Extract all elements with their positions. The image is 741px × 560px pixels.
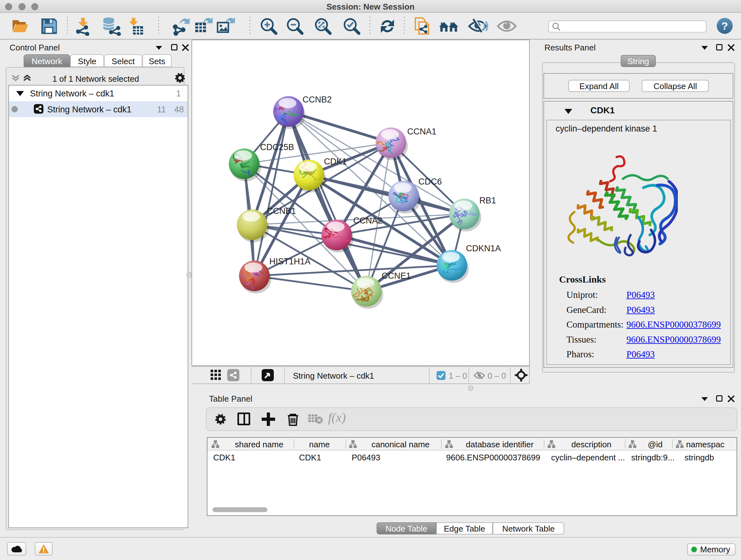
svg-text:RB1: RB1 (479, 196, 496, 205)
svg-text:CDC6: CDC6 (418, 177, 442, 186)
svg-text:CCNA2: CCNA2 (353, 216, 383, 226)
svg-text:CDC25B: CDC25B (260, 142, 294, 152)
svg-text:CCNB1: CCNB1 (267, 206, 296, 216)
svg-text:HIST1H1A: HIST1H1A (269, 257, 311, 266)
svg-text:CCNB2: CCNB2 (302, 95, 332, 105)
svg-text:CCNA1: CCNA1 (407, 127, 436, 136)
svg-text:CDKN1A: CDKN1A (466, 244, 501, 253)
svg-text:CDK1: CDK1 (324, 157, 347, 166)
svg-text:CCNE1: CCNE1 (382, 271, 411, 281)
